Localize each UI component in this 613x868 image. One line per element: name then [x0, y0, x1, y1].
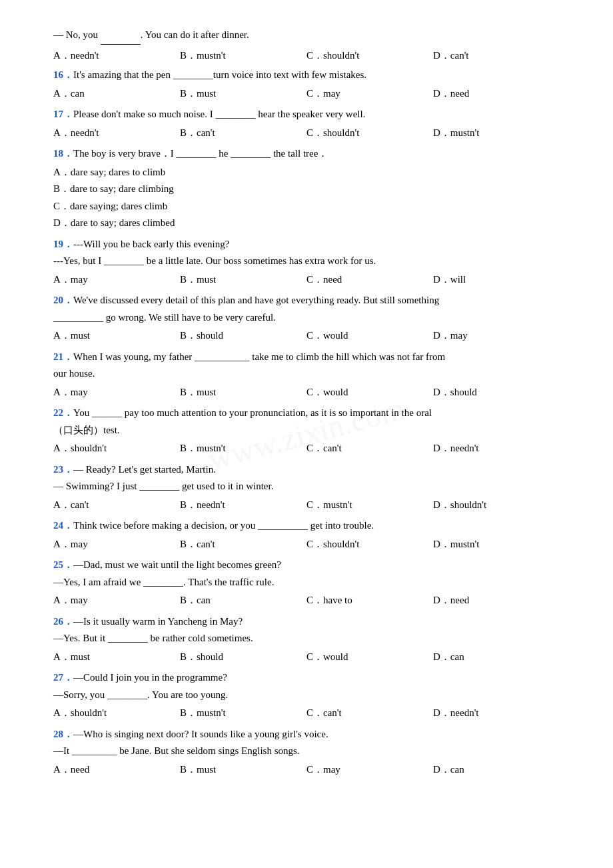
intro-options: A．needn't B．mustn't C．shouldn't D．can't	[53, 47, 560, 65]
option-D-28: D．can	[433, 761, 560, 779]
question-text1-19: 19．---Will you be back early this evenin…	[53, 236, 560, 253]
option-B-18: B．dare to say; dare climbing	[53, 181, 560, 198]
options-row-22: A．shouldn'tB．mustn'tC．can'tD．needn't	[53, 440, 560, 457]
question-num-17: 17．	[53, 109, 73, 119]
option-D-26: D．can	[433, 649, 560, 666]
question-num-16: 16．	[53, 69, 73, 80]
options-row-26: A．mustB．shouldC．wouldD．can	[53, 649, 560, 666]
option-B: B．mustn't	[180, 47, 306, 65]
question-body1-21: When I was young, my father ___________ …	[73, 351, 445, 362]
question-num-18: 18．	[53, 148, 73, 159]
question-num-25: 25．	[53, 559, 73, 570]
question-body2-21: our house.	[53, 368, 95, 379]
question-text-24: 24．Think twice before making a decision,…	[53, 517, 560, 535]
option-C-23: C．mustn't	[306, 497, 433, 514]
question-body1-27: —Could I join you in the programme?	[73, 672, 227, 683]
option-C-19: C．need	[306, 271, 433, 289]
option-C-27: C．can't	[306, 705, 433, 722]
option-D-22: D．needn't	[433, 440, 560, 457]
option-B-17: B．can't	[180, 125, 306, 142]
question-num-23: 23．	[53, 464, 73, 475]
option-D-16: D．need	[433, 85, 560, 103]
option-C-16: C．may	[306, 85, 433, 103]
options-row-21: A．mayB．mustC．wouldD．should	[53, 384, 560, 401]
option-A-18: A．dare say; dares to climb	[53, 164, 560, 181]
question-body1-19: ---Will you be back early this evening?	[73, 239, 229, 249]
options-row-27: A．shouldn'tB．mustn'tC．can'tD．needn't	[53, 705, 560, 722]
questions-container: 16．It's amazing that the pen ________tur…	[53, 67, 560, 778]
option-D-24: D．mustn't	[433, 536, 560, 553]
question-num-19: 19．	[53, 239, 73, 249]
option-A: A．needn't	[53, 47, 180, 65]
option-C-24: C．shouldn't	[306, 536, 433, 553]
option-C-21: C．would	[306, 384, 433, 401]
question-body2-26: —Yes. But it ________ be rather cold som…	[53, 633, 253, 643]
option-A-20: A．must	[53, 327, 180, 345]
question-22: 22．You ______ pay too much attention to …	[53, 405, 560, 457]
option-A-22: A．shouldn't	[53, 440, 180, 457]
options-row-24: A．mayB．can'tC．shouldn'tD．mustn't	[53, 536, 560, 553]
question-body1-20: We've discussed every detail of this pla…	[73, 295, 439, 305]
question-text1-26: 26．—Is it usually warm in Yancheng in Ma…	[53, 613, 560, 631]
question-28: 28．—Who is singing next door? It sounds …	[53, 726, 560, 779]
question-24: 24．Think twice before making a decision,…	[53, 517, 560, 553]
question-num-28: 28．	[53, 729, 73, 739]
question-body-16: It's amazing that the pen ________turn v…	[73, 69, 366, 80]
option-C-22: C．can't	[306, 440, 433, 457]
option-A-23: A．can't	[53, 497, 180, 514]
question-body2-23: — Swimming? I just ________ get used to …	[53, 481, 273, 491]
options-col-18: A．dare say; dares to climbB．dare to say;…	[53, 164, 560, 232]
question-text2-26: —Yes. But it ________ be rather cold som…	[53, 630, 560, 647]
option-D-21: D．should	[433, 384, 560, 401]
question-body2-19: ---Yes, but I ________ be a little late.…	[53, 255, 376, 266]
question-17: 17．Please don't make so much noise. I __…	[53, 106, 560, 141]
question-text1-22: 22．You ______ pay too much attention to …	[53, 405, 560, 422]
options-row-23: A．can'tB．needn'tC．mustn'tD．shouldn't	[53, 497, 560, 514]
question-body-17: Please don't make so much noise. I _____…	[73, 109, 365, 119]
option-A-19: A．may	[53, 271, 180, 289]
option-B-24: B．can't	[180, 536, 306, 553]
question-num-21: 21．	[53, 351, 73, 362]
question-body-18: The boy is very brave．I ________ he ____…	[73, 148, 328, 159]
intro-line: — No, you . You can do it after dinner.	[53, 27, 560, 45]
options-row-28: A．needB．mustC．mayD．can	[53, 761, 560, 779]
question-text1-20: 20．We've discussed every detail of this …	[53, 292, 560, 309]
option-B-21: B．must	[180, 384, 306, 401]
question-text-18: 18．The boy is very brave．I ________ he _…	[53, 145, 560, 163]
question-body1-25: —Dad, must we wait until the light becom…	[73, 559, 281, 570]
option-B-20: B．should	[180, 327, 306, 345]
question-26: 26．—Is it usually warm in Yancheng in Ma…	[53, 613, 560, 666]
question-num-24: 24．	[53, 520, 73, 531]
option-C: C．shouldn't	[306, 47, 433, 65]
question-text2-25: —Yes, I am afraid we ________. That's th…	[53, 574, 560, 591]
option-D-18: D．dare to say; dares climbed	[53, 215, 560, 232]
question-text2-19: ---Yes, but I ________ be a little late.…	[53, 253, 560, 270]
question-text2-22: （口头的）test.	[53, 422, 560, 439]
intro-text: — No, you . You can do it after dinner.	[53, 29, 249, 40]
option-C-18: C．dare saying; dares climb	[53, 198, 560, 215]
question-body2-20: __________ go wrong. We still have to be…	[53, 312, 276, 323]
option-D: D．can't	[433, 47, 560, 65]
option-C-25: C．have to	[306, 592, 433, 609]
option-D-20: D．may	[433, 327, 560, 345]
question-text-17: 17．Please don't make so much noise. I __…	[53, 106, 560, 123]
question-text1-23: 23．— Ready? Let's get started, Martin.	[53, 461, 560, 479]
question-text1-21: 21．When I was young, my father _________…	[53, 349, 560, 366]
option-A-26: A．must	[53, 649, 180, 666]
question-21: 21．When I was young, my father _________…	[53, 349, 560, 401]
question-num-20: 20．	[53, 295, 73, 305]
option-B-23: B．needn't	[180, 497, 306, 514]
question-body2-28: —It _________ be Jane. But she seldom si…	[53, 745, 300, 756]
question-num-22: 22．	[53, 407, 73, 418]
question-text2-21: our house.	[53, 365, 560, 383]
option-A-16: A．can	[53, 85, 180, 103]
question-19: 19．---Will you be back early this evenin…	[53, 236, 560, 289]
option-B-16: B．must	[180, 85, 306, 103]
options-row-25: A．mayB．canC．have toD．need	[53, 592, 560, 609]
option-A-24: A．may	[53, 536, 180, 553]
question-body-24: Think twice before making a decision, or…	[73, 520, 374, 531]
option-A-28: A．need	[53, 761, 180, 779]
question-25: 25．—Dad, must we wait until the light be…	[53, 557, 560, 609]
question-23: 23．— Ready? Let's get started, Martin.— …	[53, 461, 560, 514]
question-body2-27: —Sorry, you ________. You are too young.	[53, 689, 228, 700]
